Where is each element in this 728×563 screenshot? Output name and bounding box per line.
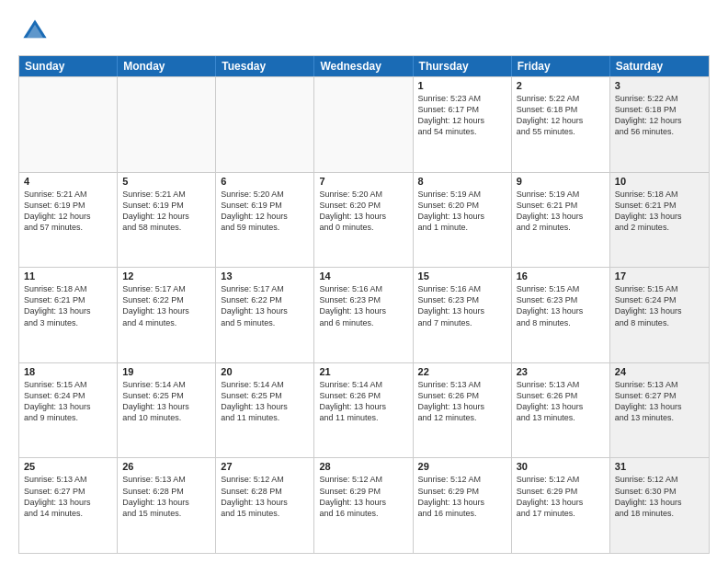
- header-cell-monday: Monday: [118, 56, 216, 76]
- day-number: 16: [517, 270, 605, 282]
- header-cell-tuesday: Tuesday: [216, 56, 314, 76]
- cell-info: Sunrise: 5:17 AM Sunset: 6:22 PM Dayligh…: [122, 283, 210, 328]
- calendar-cell-9: 9Sunrise: 5:19 AM Sunset: 6:21 PM Daylig…: [512, 173, 610, 268]
- cell-info: Sunrise: 5:16 AM Sunset: 6:23 PM Dayligh…: [418, 283, 506, 328]
- calendar-cell-17: 17Sunrise: 5:15 AM Sunset: 6:24 PM Dayli…: [610, 268, 709, 362]
- day-number: 9: [517, 176, 605, 187]
- header-cell-sunday: Sunday: [19, 56, 118, 76]
- calendar-cell-empty-0-2: [216, 77, 314, 172]
- cell-info: Sunrise: 5:14 AM Sunset: 6:25 PM Dayligh…: [221, 379, 309, 424]
- calendar-cell-20: 20Sunrise: 5:14 AM Sunset: 6:25 PM Dayli…: [216, 363, 314, 458]
- cell-info: Sunrise: 5:18 AM Sunset: 6:21 PM Dayligh…: [615, 189, 704, 234]
- calendar-cell-24: 24Sunrise: 5:13 AM Sunset: 6:27 PM Dayli…: [610, 363, 709, 458]
- day-number: 6: [221, 176, 309, 187]
- logo-icon: [18, 15, 51, 48]
- day-number: 26: [122, 461, 210, 472]
- calendar: SundayMondayTuesdayWednesdayThursdayFrid…: [18, 55, 710, 554]
- calendar-cell-5: 5Sunrise: 5:21 AM Sunset: 6:19 PM Daylig…: [118, 173, 216, 268]
- calendar-cell-2: 2Sunrise: 5:22 AM Sunset: 6:18 PM Daylig…: [512, 77, 610, 172]
- calendar-cell-11: 11Sunrise: 5:18 AM Sunset: 6:21 PM Dayli…: [19, 268, 118, 362]
- calendar-cell-16: 16Sunrise: 5:15 AM Sunset: 6:23 PM Dayli…: [512, 268, 610, 362]
- page: SundayMondayTuesdayWednesdayThursdayFrid…: [0, 0, 728, 563]
- cell-info: Sunrise: 5:12 AM Sunset: 6:29 PM Dayligh…: [418, 474, 506, 519]
- cell-info: Sunrise: 5:23 AM Sunset: 6:17 PM Dayligh…: [418, 93, 506, 138]
- day-number: 20: [221, 366, 309, 377]
- calendar-cell-28: 28Sunrise: 5:12 AM Sunset: 6:29 PM Dayli…: [314, 458, 413, 553]
- calendar-cell-23: 23Sunrise: 5:13 AM Sunset: 6:26 PM Dayli…: [512, 363, 610, 458]
- cell-info: Sunrise: 5:15 AM Sunset: 6:23 PM Dayligh…: [517, 283, 605, 328]
- cell-info: Sunrise: 5:13 AM Sunset: 6:27 PM Dayligh…: [615, 379, 704, 424]
- header-cell-wednesday: Wednesday: [314, 56, 413, 76]
- calendar-cell-4: 4Sunrise: 5:21 AM Sunset: 6:19 PM Daylig…: [19, 173, 118, 268]
- calendar-row-4: 25Sunrise: 5:13 AM Sunset: 6:27 PM Dayli…: [19, 457, 709, 553]
- calendar-cell-31: 31Sunrise: 5:12 AM Sunset: 6:30 PM Dayli…: [610, 458, 709, 553]
- day-number: 23: [517, 366, 605, 377]
- calendar-cell-21: 21Sunrise: 5:14 AM Sunset: 6:26 PM Dayli…: [314, 363, 413, 458]
- cell-info: Sunrise: 5:12 AM Sunset: 6:29 PM Dayligh…: [517, 474, 605, 519]
- calendar-cell-25: 25Sunrise: 5:13 AM Sunset: 6:27 PM Dayli…: [19, 458, 118, 553]
- calendar-cell-empty-0-0: [19, 77, 118, 172]
- cell-info: Sunrise: 5:22 AM Sunset: 6:18 PM Dayligh…: [517, 93, 605, 138]
- calendar-row-3: 18Sunrise: 5:15 AM Sunset: 6:24 PM Dayli…: [19, 362, 709, 458]
- day-number: 2: [517, 80, 605, 91]
- day-number: 5: [122, 176, 210, 187]
- cell-info: Sunrise: 5:19 AM Sunset: 6:21 PM Dayligh…: [517, 189, 605, 234]
- header-cell-thursday: Thursday: [414, 56, 512, 76]
- day-number: 14: [319, 270, 407, 282]
- day-number: 1: [418, 80, 506, 91]
- cell-info: Sunrise: 5:12 AM Sunset: 6:30 PM Dayligh…: [615, 474, 704, 519]
- calendar-cell-19: 19Sunrise: 5:14 AM Sunset: 6:25 PM Dayli…: [118, 363, 216, 458]
- cell-info: Sunrise: 5:13 AM Sunset: 6:26 PM Dayligh…: [517, 379, 605, 424]
- calendar-cell-18: 18Sunrise: 5:15 AM Sunset: 6:24 PM Dayli…: [19, 363, 118, 458]
- day-number: 18: [24, 366, 112, 377]
- cell-info: Sunrise: 5:20 AM Sunset: 6:19 PM Dayligh…: [221, 189, 309, 234]
- calendar-row-2: 11Sunrise: 5:18 AM Sunset: 6:21 PM Dayli…: [19, 267, 709, 362]
- day-number: 10: [615, 176, 704, 187]
- day-number: 11: [24, 270, 112, 282]
- cell-info: Sunrise: 5:21 AM Sunset: 6:19 PM Dayligh…: [24, 189, 112, 234]
- calendar-cell-6: 6Sunrise: 5:20 AM Sunset: 6:19 PM Daylig…: [216, 173, 314, 268]
- day-number: 12: [122, 270, 210, 282]
- cell-info: Sunrise: 5:14 AM Sunset: 6:25 PM Dayligh…: [122, 379, 210, 424]
- day-number: 21: [319, 366, 407, 377]
- day-number: 13: [221, 270, 309, 282]
- calendar-body: 1Sunrise: 5:23 AM Sunset: 6:17 PM Daylig…: [19, 76, 709, 553]
- day-number: 28: [319, 461, 407, 472]
- calendar-cell-1: 1Sunrise: 5:23 AM Sunset: 6:17 PM Daylig…: [414, 77, 512, 172]
- cell-info: Sunrise: 5:16 AM Sunset: 6:23 PM Dayligh…: [319, 283, 407, 328]
- calendar-cell-29: 29Sunrise: 5:12 AM Sunset: 6:29 PM Dayli…: [414, 458, 512, 553]
- day-number: 17: [615, 270, 704, 282]
- cell-info: Sunrise: 5:15 AM Sunset: 6:24 PM Dayligh…: [24, 379, 112, 424]
- cell-info: Sunrise: 5:21 AM Sunset: 6:19 PM Dayligh…: [122, 189, 210, 234]
- header: [18, 15, 710, 48]
- calendar-cell-15: 15Sunrise: 5:16 AM Sunset: 6:23 PM Dayli…: [414, 268, 512, 362]
- calendar-cell-27: 27Sunrise: 5:12 AM Sunset: 6:28 PM Dayli…: [216, 458, 314, 553]
- day-number: 19: [122, 366, 210, 377]
- day-number: 8: [418, 176, 506, 187]
- day-number: 4: [24, 176, 112, 187]
- cell-info: Sunrise: 5:22 AM Sunset: 6:18 PM Dayligh…: [615, 93, 704, 138]
- cell-info: Sunrise: 5:13 AM Sunset: 6:26 PM Dayligh…: [418, 379, 506, 424]
- cell-info: Sunrise: 5:20 AM Sunset: 6:20 PM Dayligh…: [319, 189, 407, 234]
- calendar-cell-12: 12Sunrise: 5:17 AM Sunset: 6:22 PM Dayli…: [118, 268, 216, 362]
- cell-info: Sunrise: 5:13 AM Sunset: 6:27 PM Dayligh…: [24, 474, 112, 519]
- calendar-cell-13: 13Sunrise: 5:17 AM Sunset: 6:22 PM Dayli…: [216, 268, 314, 362]
- day-number: 15: [418, 270, 506, 282]
- day-number: 27: [221, 461, 309, 472]
- cell-info: Sunrise: 5:15 AM Sunset: 6:24 PM Dayligh…: [615, 283, 704, 328]
- calendar-cell-empty-0-3: [314, 77, 413, 172]
- calendar-cell-7: 7Sunrise: 5:20 AM Sunset: 6:20 PM Daylig…: [314, 173, 413, 268]
- calendar-cell-30: 30Sunrise: 5:12 AM Sunset: 6:29 PM Dayli…: [512, 458, 610, 553]
- header-cell-friday: Friday: [512, 56, 610, 76]
- cell-info: Sunrise: 5:18 AM Sunset: 6:21 PM Dayligh…: [24, 283, 112, 328]
- calendar-cell-26: 26Sunrise: 5:13 AM Sunset: 6:28 PM Dayli…: [118, 458, 216, 553]
- calendar-row-1: 4Sunrise: 5:21 AM Sunset: 6:19 PM Daylig…: [19, 172, 709, 268]
- cell-info: Sunrise: 5:19 AM Sunset: 6:20 PM Dayligh…: [418, 189, 506, 234]
- calendar-row-0: 1Sunrise: 5:23 AM Sunset: 6:17 PM Daylig…: [19, 76, 709, 172]
- day-number: 24: [615, 366, 704, 377]
- day-number: 29: [418, 461, 506, 472]
- day-number: 22: [418, 366, 506, 377]
- cell-info: Sunrise: 5:13 AM Sunset: 6:28 PM Dayligh…: [122, 474, 210, 519]
- cell-info: Sunrise: 5:17 AM Sunset: 6:22 PM Dayligh…: [221, 283, 309, 328]
- calendar-cell-8: 8Sunrise: 5:19 AM Sunset: 6:20 PM Daylig…: [414, 173, 512, 268]
